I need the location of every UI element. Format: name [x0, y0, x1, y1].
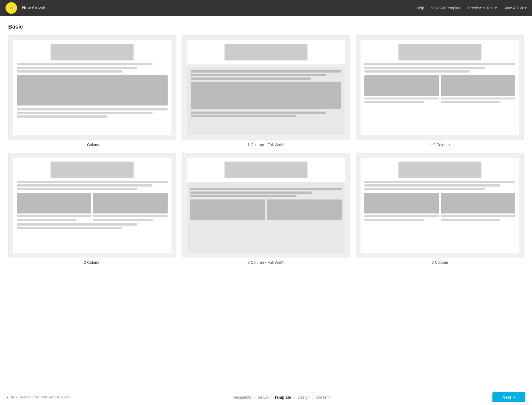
placeholder-image	[51, 44, 134, 60]
col-left	[364, 193, 439, 221]
placeholder-image-top	[51, 162, 134, 178]
placeholder-text	[190, 188, 342, 197]
placeholder-image-top	[225, 44, 307, 60]
col-right	[441, 75, 515, 103]
placeholder-image-top	[398, 44, 481, 60]
template-preview-2col[interactable]	[8, 153, 176, 257]
top-navigation: New Arrivals Help Save As Template Previ…	[0, 0, 532, 16]
template-label-2col: 2 Column	[84, 260, 100, 265]
col-right	[441, 193, 515, 221]
breadcrumb-sep-2: ›	[271, 395, 272, 399]
preview-banner	[187, 40, 345, 64]
placeholder-image-large	[17, 75, 168, 106]
breadcrumb: Recipients › Setup › Template › Design ›…	[70, 395, 492, 400]
breadcrumb-confirm[interactable]: Confirm	[316, 395, 330, 400]
next-button[interactable]: Next	[492, 392, 525, 402]
templates-grid: 1 Column	[8, 35, 524, 265]
template-card-2col[interactable]: 2 Column	[8, 153, 176, 265]
back-link[interactable]: Back washingtonianchristiancollege.com	[7, 395, 70, 399]
back-url: washingtonianchristiancollege.com	[20, 395, 70, 399]
template-card-1col-full[interactable]: 1 Column - Full Width	[182, 35, 350, 147]
col-right	[267, 199, 342, 220]
template-label-2col-full: 2 Column - Full Width	[248, 260, 285, 265]
col-left	[190, 199, 265, 220]
two-col-layout	[17, 193, 168, 221]
nav-actions: Help Save As Template Preview & Test Sav…	[416, 6, 527, 10]
placeholder-col-image-left	[364, 193, 439, 213]
template-preview-3col[interactable]	[356, 153, 524, 257]
placeholder-text-2	[17, 108, 168, 118]
placeholder-col-image-right	[441, 193, 515, 213]
section-title: Basic	[8, 24, 524, 30]
bottom-bar: Back washingtonianchristiancollege.com R…	[0, 389, 532, 405]
breadcrumb-template[interactable]: Template	[275, 395, 291, 400]
breadcrumb-sep-4: ›	[312, 395, 314, 399]
placeholder-text-2	[17, 223, 168, 229]
placeholder-col-image-left	[364, 75, 439, 96]
two-col-layout	[364, 193, 515, 221]
col-left	[364, 75, 439, 103]
template-card-2col-full[interactable]: 2 Column - Full Width	[182, 153, 350, 265]
breadcrumb-sep-1: ›	[254, 395, 255, 399]
placeholder-text	[17, 63, 168, 73]
breadcrumb-recipients[interactable]: Recipients	[233, 395, 251, 400]
placeholder-col-image-right	[267, 199, 342, 220]
template-label-3col: 3 Column	[432, 260, 448, 265]
preview-test-dropdown[interactable]: Preview & Test	[468, 6, 497, 10]
placeholder-col-image-right	[93, 193, 167, 213]
template-label-1col-full: 1 Column - Full Width	[248, 143, 285, 147]
svg-point-4	[12, 7, 13, 9]
mailchimp-logo	[5, 2, 17, 14]
template-preview-2col-full[interactable]	[182, 153, 350, 257]
template-card-1col[interactable]: 1 Column	[8, 35, 176, 147]
template-preview-1-2col[interactable]	[356, 35, 524, 140]
template-preview-1col-full[interactable]	[182, 35, 350, 140]
template-card-3col[interactable]: 3 Column	[356, 153, 524, 265]
placeholder-col-image-right	[441, 75, 515, 96]
breadcrumb-design[interactable]: Design	[298, 395, 310, 400]
next-chevron-icon	[514, 396, 516, 399]
col-left	[17, 193, 91, 221]
placeholder-image-top	[398, 162, 481, 178]
back-arrow-icon	[7, 396, 8, 398]
placeholder-text	[364, 63, 515, 73]
placeholder-text	[17, 181, 168, 190]
placeholder-col-image-left	[17, 193, 91, 213]
col-right	[93, 193, 167, 221]
chevron-down-icon	[495, 7, 497, 9]
two-col-layout	[364, 75, 515, 103]
placeholder-text	[191, 70, 342, 80]
main-content: Basic	[0, 16, 532, 389]
breadcrumb-sep-3: ›	[294, 395, 295, 399]
two-col-layout	[190, 199, 342, 220]
placeholder-image-top	[225, 162, 307, 178]
template-card-1-2col[interactable]: 1:2 Column	[356, 35, 524, 147]
save-exit-dropdown[interactable]: Save & Exit	[503, 6, 527, 10]
template-label-1-2col: 1:2 Column	[430, 143, 450, 147]
template-preview-1col[interactable]	[8, 35, 176, 140]
template-label-1col: 1 Column	[84, 143, 100, 147]
help-link[interactable]: Help	[416, 6, 424, 10]
svg-point-2	[10, 8, 11, 9]
next-label: Next	[502, 395, 511, 400]
placeholder-text-2	[191, 112, 342, 117]
back-label: Back	[9, 395, 17, 399]
campaign-title: New Arrivals	[22, 5, 416, 10]
save-template-link[interactable]: Save As Template	[431, 6, 461, 10]
placeholder-text	[364, 181, 515, 190]
chevron-down-icon	[524, 7, 527, 9]
placeholder-image-mid	[191, 82, 342, 109]
breadcrumb-setup[interactable]: Setup	[258, 395, 268, 400]
placeholder-col-image-left	[190, 199, 265, 220]
